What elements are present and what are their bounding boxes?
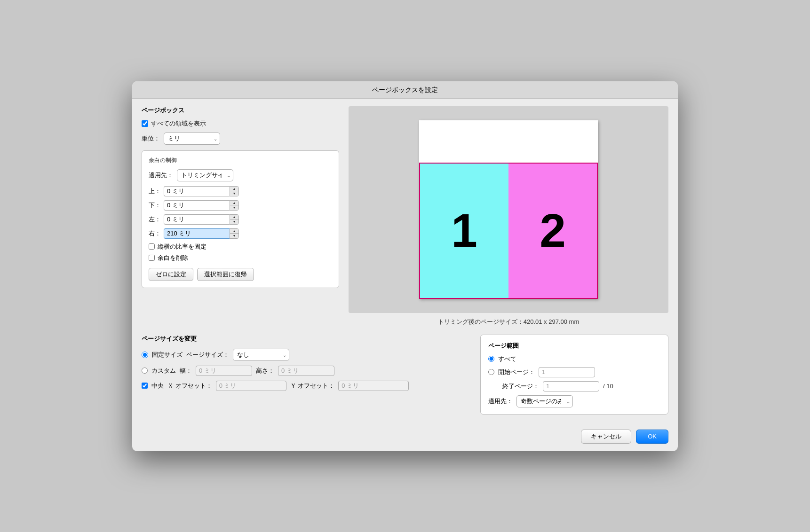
margin-btn-row: ゼロに設定 選択範囲に復帰 xyxy=(149,268,332,281)
right-input[interactable] xyxy=(164,228,230,239)
left-spinner: ▲ ▼ xyxy=(230,214,239,225)
left-field-row: 左： ▲ ▼ xyxy=(149,214,332,225)
left-up-btn[interactable]: ▲ xyxy=(230,215,238,220)
width-input[interactable] xyxy=(196,366,252,376)
delete-margin-checkbox[interactable] xyxy=(149,255,155,261)
total-pages: / 10 xyxy=(603,383,613,390)
top-input[interactable] xyxy=(164,186,230,196)
bottom-field-row: 下： ▲ ▼ xyxy=(149,200,332,211)
custom-row: カスタム 幅： 高さ： xyxy=(142,366,471,376)
dialog-footer: キャンセル OK xyxy=(132,424,678,451)
show-all-label: すべての領域を表示 xyxy=(151,119,206,128)
start-page-input[interactable] xyxy=(539,367,595,377)
apply-select[interactable]: トリミングサイズ メディアサイズ ブリードサイズ アートサイズ xyxy=(177,169,233,181)
bottom-up-btn[interactable]: ▲ xyxy=(230,201,238,206)
top-up-btn[interactable]: ▲ xyxy=(230,187,238,192)
bottom-label: 下： xyxy=(149,201,160,210)
left-input[interactable] xyxy=(164,214,230,225)
page-left-number: 1 xyxy=(420,164,508,298)
center-checkbox[interactable] xyxy=(142,383,148,389)
top-field-row: 上： ▲ ▼ xyxy=(149,186,332,196)
bottom-field: ▲ ▼ xyxy=(164,200,239,211)
all-pages-label: すべて xyxy=(498,355,516,363)
page-size-select-wrapper: なし A4 A3 Letter ⌄ xyxy=(233,349,289,361)
all-pages-row: すべて xyxy=(488,355,660,363)
page-right-number: 2 xyxy=(508,164,597,298)
start-page-label: 開始ページ： xyxy=(498,368,535,376)
page-range-title: ページ範囲 xyxy=(488,342,660,350)
top-label: 上： xyxy=(149,187,160,196)
apply-to-label: 適用先： xyxy=(488,397,513,406)
page-range-apply-row: 適用先： 奇数ページのみ 偶数ページのみ すべてのページ ⌄ xyxy=(488,395,660,407)
page-size-select-label: ページサイズ： xyxy=(186,351,229,359)
y-offset-label: Ｙ オフセット： xyxy=(290,382,335,390)
start-page-row: 開始ページ： xyxy=(488,367,660,377)
delete-margin-row: 余白を削除 xyxy=(149,254,332,262)
custom-label: カスタム xyxy=(151,367,176,375)
fixed-size-radio[interactable] xyxy=(142,352,148,358)
ok-button[interactable]: OK xyxy=(636,430,668,444)
page-content: 1 2 xyxy=(419,163,598,299)
fixed-size-row: 固定サイズ ページサイズ： なし A4 A3 Letter ⌄ xyxy=(142,349,471,361)
right-spinner: ▲ ▼ xyxy=(230,228,239,239)
top-field: ▲ ▼ xyxy=(164,186,239,196)
unit-row: 単位： ミリ インチ ポイント ⌄ xyxy=(142,133,339,145)
unit-select-wrapper: ミリ インチ ポイント ⌄ xyxy=(164,133,220,145)
right-field: ▲ ▼ xyxy=(164,228,239,239)
fixed-size-label: 固定サイズ xyxy=(152,351,183,359)
lock-ratio-checkbox[interactable] xyxy=(149,243,155,250)
lock-ratio-row: 縦横の比率を固定 xyxy=(149,243,332,251)
apply-row: 適用先： トリミングサイズ メディアサイズ ブリードサイズ アートサイズ ⌄ xyxy=(149,169,332,181)
right-field-row: 右： ▲ ▼ xyxy=(149,228,332,239)
dialog: ページボックスを設定 ページボックス すべての領域を表示 単位： ミリ インチ xyxy=(132,81,678,451)
start-page-radio[interactable] xyxy=(488,369,494,375)
left-down-btn[interactable]: ▼ xyxy=(230,219,238,224)
right-label: 右： xyxy=(149,229,160,238)
all-pages-radio[interactable] xyxy=(488,356,494,362)
top-spinner: ▲ ▼ xyxy=(230,186,239,196)
cancel-button[interactable]: キャンセル xyxy=(581,430,631,444)
x-offset-label: Ｘ オフセット： xyxy=(167,382,212,390)
page-size-section: ページサイズを変更 固定サイズ ページサイズ： なし A4 A3 Letter … xyxy=(142,335,471,415)
right-down-btn[interactable]: ▼ xyxy=(230,234,238,238)
delete-margin-label: 余白を削除 xyxy=(158,254,188,262)
end-page-input[interactable] xyxy=(543,381,599,391)
restore-button[interactable]: 選択範囲に復帰 xyxy=(197,268,254,281)
lock-ratio-label: 縦横の比率を固定 xyxy=(158,243,206,251)
top-down-btn[interactable]: ▼ xyxy=(230,191,238,196)
right-up-btn[interactable]: ▲ xyxy=(230,229,238,234)
show-all-checkbox[interactable] xyxy=(142,120,148,127)
unit-select[interactable]: ミリ インチ ポイント xyxy=(164,133,220,145)
left-label: 左： xyxy=(149,215,160,224)
preview-panel: 1 2 トリミング後のページサイズ：420.01 x 297.00 mm xyxy=(349,106,668,326)
center-row: 中央 Ｘ オフセット： Ｙ オフセット： xyxy=(142,381,471,391)
bottom-spinner: ▲ ▼ xyxy=(230,200,239,211)
bottom-down-btn[interactable]: ▼ xyxy=(230,205,238,210)
apply-to-select-wrapper: 奇数ページのみ 偶数ページのみ すべてのページ ⌄ xyxy=(516,395,573,407)
end-page-row: 終了ページ： / 10 xyxy=(488,381,660,391)
zero-button[interactable]: ゼロに設定 xyxy=(149,268,193,281)
apply-label: 適用先： xyxy=(149,171,173,180)
page-size-title: ページサイズを変更 xyxy=(142,335,471,343)
preview-background: 1 2 xyxy=(349,106,668,313)
end-page-label: 終了ページ： xyxy=(502,382,539,391)
dialog-title: ページボックスを設定 xyxy=(132,81,678,99)
page-size-select[interactable]: なし A4 A3 Letter xyxy=(233,349,289,361)
x-offset-input[interactable] xyxy=(216,381,286,391)
y-offset-input[interactable] xyxy=(338,381,409,391)
preview-caption: トリミング後のページサイズ：420.01 x 297.00 mm xyxy=(438,318,580,326)
custom-size-radio[interactable] xyxy=(142,368,148,374)
center-label: 中央 xyxy=(151,382,164,390)
unit-label: 単位： xyxy=(142,134,160,143)
height-input[interactable] xyxy=(278,366,334,376)
bottom-input[interactable] xyxy=(164,200,230,211)
width-label: 幅： xyxy=(180,367,192,375)
margin-control-box: 余白の制御 適用先： トリミングサイズ メディアサイズ ブリードサイズ アートサ… xyxy=(142,150,339,288)
show-all-row: すべての領域を表示 xyxy=(142,119,339,128)
apply-select-wrapper: トリミングサイズ メディアサイズ ブリードサイズ アートサイズ ⌄ xyxy=(177,169,233,181)
page-box-section-label: ページボックス xyxy=(142,106,339,115)
margin-control-title: 余白の制御 xyxy=(149,156,332,164)
apply-to-select[interactable]: 奇数ページのみ 偶数ページのみ すべてのページ xyxy=(516,395,573,407)
height-label: 高さ： xyxy=(256,367,274,375)
left-field: ▲ ▼ xyxy=(164,214,239,225)
